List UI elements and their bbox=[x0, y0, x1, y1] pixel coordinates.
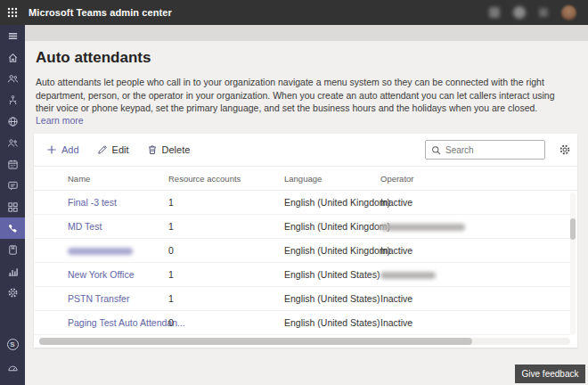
search-icon bbox=[431, 145, 441, 155]
sidebar-item-dashboard[interactable] bbox=[0, 46, 25, 68]
table-settings-button[interactable] bbox=[558, 143, 572, 157]
table-row[interactable]: 0 English (United Kingdom) Inactive bbox=[34, 239, 570, 263]
left-nav-sidebar: S S bbox=[0, 25, 25, 385]
cell-name[interactable]: New York Office bbox=[68, 263, 135, 287]
phone-icon bbox=[7, 223, 19, 234]
app-title: Microsoft Teams admin center bbox=[29, 7, 172, 18]
pencil-icon bbox=[97, 144, 108, 155]
gauge-icon bbox=[7, 362, 19, 373]
bar-chart-icon bbox=[7, 266, 19, 277]
user-avatar[interactable] bbox=[561, 5, 576, 20]
cell-resource-accounts: 1 bbox=[168, 287, 174, 311]
apps-grid-icon bbox=[7, 201, 19, 213]
calendar-icon bbox=[7, 159, 19, 170]
table-row[interactable]: Paging Test Auto Attendan... 0 English (… bbox=[34, 311, 570, 335]
teams-people-icon bbox=[7, 73, 19, 85]
topbar-blurred-icon-2[interactable] bbox=[513, 6, 526, 19]
cell-resource-accounts: 0 bbox=[168, 239, 174, 263]
attendant-name-link[interactable]: PSTN Transfer bbox=[68, 293, 129, 304]
content-top-band bbox=[25, 25, 588, 41]
page-description: Auto attendants let people who call in t… bbox=[36, 76, 570, 115]
cell-name[interactable]: Paging Test Auto Attendan... bbox=[68, 311, 185, 335]
redacted-operator bbox=[380, 224, 465, 231]
sidebar-item-call-quality-dashboard[interactable] bbox=[0, 356, 25, 378]
cell-language: English (United Kingdom) bbox=[284, 191, 390, 215]
column-header-operator: Operator bbox=[380, 167, 414, 192]
cell-resource-accounts: 1 bbox=[168, 191, 174, 215]
cell-language: English (United States) bbox=[284, 263, 380, 287]
sidebar-item-skype-legacy[interactable]: S bbox=[0, 380, 25, 385]
auto-attendants-card: Add Edit Delete Name Resource accounts L… bbox=[34, 134, 577, 348]
globe-icon bbox=[7, 116, 19, 127]
attendant-name-link[interactable]: New York Office bbox=[68, 269, 135, 280]
sidebar-item-skype[interactable]: S bbox=[0, 333, 25, 355]
horizontal-scrollbar[interactable] bbox=[39, 338, 570, 345]
search-box[interactable] bbox=[425, 140, 545, 160]
table-body: Final -3 test 1 English (United Kingdom)… bbox=[34, 191, 577, 335]
cell-resource-accounts: 1 bbox=[168, 215, 174, 239]
sidebar-item-teams-apps[interactable] bbox=[0, 196, 25, 217]
give-feedback-button[interactable]: Give feedback bbox=[515, 365, 585, 383]
cell-language: English (United States) bbox=[284, 287, 380, 311]
users-icon bbox=[7, 137, 19, 149]
vertical-scrollbar[interactable] bbox=[570, 192, 576, 335]
column-header-language: Language bbox=[284, 167, 322, 192]
cell-name[interactable]: PSTN Transfer bbox=[68, 287, 129, 311]
sidebar-item-locations[interactable] bbox=[0, 111, 25, 132]
chat-icon bbox=[7, 180, 19, 192]
main-content: Auto attendants Auto attendants let peop… bbox=[25, 25, 588, 385]
cell-language: English (United States) bbox=[284, 311, 380, 335]
app-launcher-waffle-icon[interactable] bbox=[0, 0, 25, 25]
table-row[interactable]: New York Office 1 English (United States… bbox=[34, 263, 570, 287]
cell-name[interactable]: Final -3 test bbox=[68, 191, 117, 215]
column-header-resource-accounts: Resource accounts bbox=[168, 167, 241, 192]
learn-more-link[interactable]: Learn more bbox=[36, 115, 84, 126]
table-row[interactable]: PSTN Transfer 1 English (United States) … bbox=[34, 287, 570, 311]
column-header-name: Name bbox=[68, 167, 90, 192]
sidebar-item-users[interactable] bbox=[0, 132, 25, 153]
skype-icon: S bbox=[7, 339, 19, 350]
table-row[interactable]: MD Test 1 English (United Kingdom) bbox=[34, 215, 570, 239]
edit-button[interactable]: Edit bbox=[97, 144, 129, 155]
trash-icon bbox=[147, 144, 158, 155]
sidebar-item-voice[interactable] bbox=[0, 217, 25, 239]
home-icon bbox=[7, 52, 19, 63]
devices-icon bbox=[7, 94, 19, 106]
cell-operator: Inactive bbox=[380, 287, 412, 311]
sidebar-item-analytics-reports[interactable] bbox=[0, 260, 25, 282]
hamburger-menu-icon bbox=[7, 30, 19, 42]
redacted-operator bbox=[380, 272, 436, 279]
topbar-actions bbox=[489, 5, 588, 20]
cell-name[interactable]: MD Test bbox=[68, 215, 102, 239]
top-bar: Microsoft Teams admin center bbox=[0, 0, 588, 25]
topbar-blurred-icon-1[interactable] bbox=[489, 7, 500, 18]
cell-operator bbox=[380, 263, 436, 287]
attendant-name-link[interactable]: Paging Test Auto Attendan... bbox=[68, 317, 185, 328]
cell-resource-accounts: 1 bbox=[168, 263, 174, 287]
page-title: Auto attendants bbox=[36, 49, 151, 67]
settings-gear-icon bbox=[559, 143, 571, 156]
attendant-name-link[interactable]: Final -3 test bbox=[68, 197, 117, 208]
vertical-scrollbar-thumb[interactable] bbox=[570, 218, 576, 240]
command-toolbar: Add Edit Delete bbox=[34, 134, 577, 166]
topbar-blurred-icon-3[interactable] bbox=[539, 8, 548, 17]
attendant-name-link[interactable]: MD Test bbox=[68, 221, 102, 232]
add-button[interactable]: Add bbox=[46, 144, 79, 155]
cell-operator: Inactive bbox=[380, 311, 412, 335]
sidebar-item-menu[interactable] bbox=[0, 25, 25, 46]
sidebar-item-devices[interactable] bbox=[0, 89, 25, 111]
horizontal-scrollbar-thumb[interactable] bbox=[39, 338, 472, 345]
cell-name[interactable] bbox=[68, 239, 133, 263]
table-header-row: Name Resource accounts Language Operator bbox=[34, 166, 577, 191]
plus-icon bbox=[46, 144, 57, 155]
sidebar-item-teams[interactable] bbox=[0, 68, 25, 89]
sidebar-item-policy-packages[interactable] bbox=[0, 239, 25, 260]
sidebar-item-meetings[interactable] bbox=[0, 153, 25, 175]
gear-icon bbox=[7, 287, 19, 299]
delete-button[interactable]: Delete bbox=[147, 144, 191, 155]
table-row[interactable]: Final -3 test 1 English (United Kingdom)… bbox=[34, 191, 570, 215]
search-input[interactable] bbox=[445, 145, 539, 155]
sidebar-item-org-settings[interactable] bbox=[0, 282, 25, 303]
sidebar-item-messaging[interactable] bbox=[0, 175, 25, 196]
policy-document-icon bbox=[7, 244, 19, 256]
